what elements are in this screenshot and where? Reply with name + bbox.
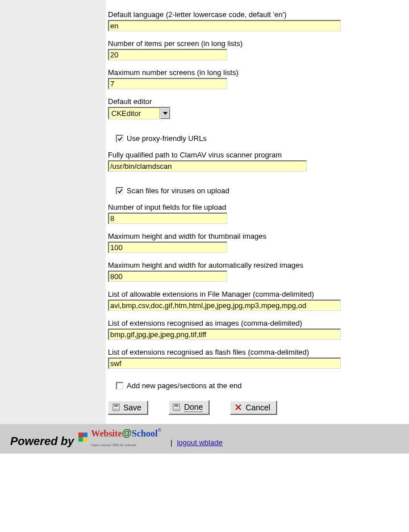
svg-rect-2 (114, 405, 118, 407)
label-thumb-size: Maximum height and width for thumbnail i… (108, 232, 402, 240)
label-scan-upload: Scan files for viruses on upload (127, 186, 229, 195)
label-clamav-path: Fully qualified path to ClamAV virus sca… (108, 151, 402, 159)
checkbox-add-at-end[interactable] (116, 382, 123, 389)
input-thumb-size[interactable] (108, 242, 227, 253)
svg-rect-12 (83, 437, 87, 442)
save-button[interactable]: Save (108, 401, 148, 415)
footer: Powered by Website@School® Open source C… (0, 424, 409, 454)
input-image-extensions[interactable] (108, 329, 341, 340)
label-image-extensions: List of extensions recognised as images … (108, 319, 402, 327)
save-button-label: Save (123, 403, 141, 412)
puzzle-icon (77, 431, 90, 444)
label-flash-extensions: List of extensions recognised as flash f… (108, 348, 402, 356)
label-items-per-screen: Number of items per screen (in long list… (108, 39, 402, 48)
input-max-screens[interactable] (108, 78, 227, 89)
select-default-editor-value: CKEditor (111, 109, 141, 118)
row-proxy-friendly: Use proxy-friendly URLs (116, 134, 402, 143)
save-icon (173, 404, 181, 412)
svg-rect-9 (78, 433, 83, 437)
label-proxy-friendly: Use proxy-friendly URLs (127, 134, 207, 143)
label-resize-size: Maximum height and width for automatical… (108, 261, 402, 269)
label-add-at-end: Add new pages/sections at the end (127, 381, 241, 390)
svg-rect-6 (174, 408, 178, 410)
website-at-school-logo: Website@School® Open source CMS for scho… (77, 427, 161, 448)
powered-by-text: Powered by (10, 435, 74, 448)
select-default-editor[interactable]: CKEditor (108, 107, 170, 119)
row-add-at-end: Add new pages/sections at the end (116, 381, 402, 390)
done-button-label: Done (184, 402, 203, 412)
sidebar (0, 0, 106, 424)
chevron-down-icon (160, 108, 170, 119)
svg-rect-10 (83, 433, 87, 437)
svg-rect-11 (78, 437, 83, 442)
input-default-language[interactable] (108, 20, 341, 31)
input-items-per-screen[interactable] (108, 49, 227, 60)
label-default-language: Default language (2-letter lowercase cod… (108, 10, 402, 19)
label-extensions: List of allowable extensions in File Man… (108, 290, 402, 298)
done-button[interactable]: Done (169, 400, 210, 415)
label-upload-fields: Number of input fields for file upload (108, 203, 402, 211)
cancel-icon (234, 404, 242, 412)
logout-link[interactable]: logout wblade (177, 438, 222, 447)
svg-rect-3 (114, 408, 118, 410)
input-clamav-path[interactable] (108, 160, 307, 172)
checkbox-proxy-friendly[interactable] (116, 135, 123, 142)
button-row: Save Done Cancel (108, 400, 402, 415)
svg-rect-5 (174, 405, 178, 407)
input-upload-fields[interactable] (108, 213, 227, 224)
save-icon (112, 404, 120, 412)
checkbox-scan-upload[interactable] (116, 187, 123, 194)
cancel-button[interactable]: Cancel (230, 401, 277, 415)
input-extensions[interactable] (108, 300, 341, 311)
input-flash-extensions[interactable] (108, 358, 341, 369)
cancel-button-label: Cancel (245, 403, 270, 412)
input-resize-size[interactable] (108, 271, 227, 282)
label-max-screens: Maximum number screens (in long lists) (108, 68, 402, 77)
svg-marker-0 (163, 112, 168, 115)
row-scan-upload: Scan files for viruses on upload (116, 186, 402, 195)
label-default-editor: Default editor (108, 97, 402, 106)
footer-separator: | (170, 438, 172, 447)
settings-form: Default language (2-letter lowercase cod… (106, 0, 409, 424)
